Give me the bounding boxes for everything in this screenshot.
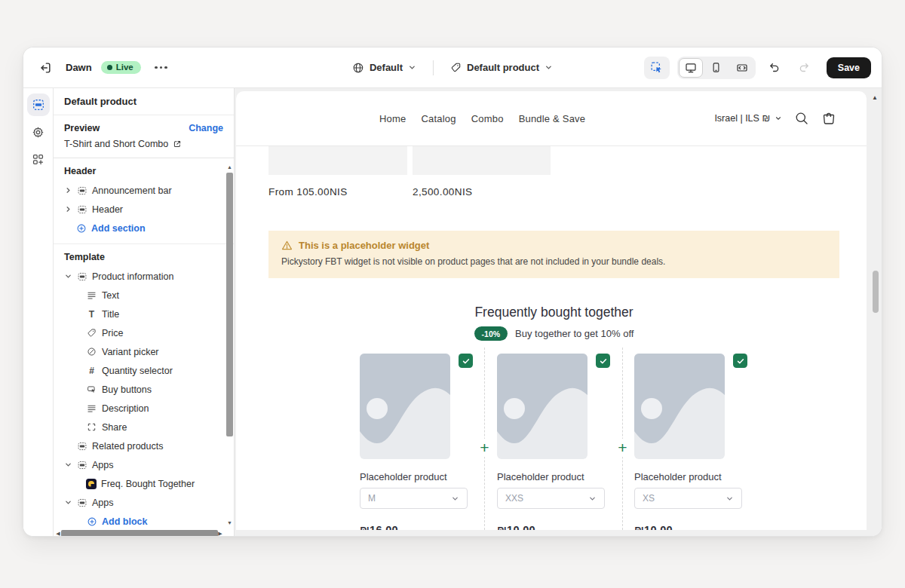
block-item-title[interactable]: T Title: [54, 305, 234, 323]
section-icon: [76, 441, 87, 452]
search-icon[interactable]: [794, 111, 809, 126]
mobile-preview-button[interactable]: [704, 58, 729, 78]
rail-theme-settings-tab[interactable]: [27, 121, 50, 143]
exit-editor-button[interactable]: [34, 57, 57, 79]
chevron-right-icon[interactable]: [65, 206, 72, 213]
tree-item-announcement-bar[interactable]: Announcement bar: [54, 181, 234, 200]
price-tag-icon: [86, 328, 97, 338]
mobile-icon: [710, 62, 722, 73]
chevron-down-icon: [545, 63, 553, 72]
context-selector[interactable]: Default product: [444, 58, 559, 77]
sidebar-vertical-scrollbar[interactable]: [226, 173, 233, 436]
product-price: ₪16.00: [360, 524, 474, 530]
sidebar-horizontal-scrollbar[interactable]: [61, 530, 218, 537]
tree-item-related-products[interactable]: Related products: [54, 436, 234, 455]
tree-item-header[interactable]: Header: [54, 200, 234, 219]
sidebar-scroll-right-arrow[interactable]: ▶: [216, 529, 224, 537]
tree-item-apps-1[interactable]: Apps: [54, 455, 234, 474]
preview-scroll-up-arrow[interactable]: ▲: [870, 94, 879, 101]
product-name: Placeholder product: [634, 471, 749, 482]
title-icon: T: [86, 309, 97, 320]
tree-item-apps-2[interactable]: Apps: [54, 493, 234, 512]
tree-item-product-information[interactable]: Product information: [54, 267, 234, 286]
block-item-freq-bought-together[interactable]: Freq. Bought Together: [54, 474, 234, 493]
undo-button[interactable]: [763, 57, 786, 79]
fullwidth-preview-button[interactable]: [730, 58, 754, 78]
warning-triangle-icon: [281, 240, 293, 251]
checkmark-icon: [736, 357, 745, 366]
save-button[interactable]: Save: [827, 57, 871, 78]
chevron-down-icon[interactable]: [65, 499, 72, 506]
nav-link-combo[interactable]: Combo: [471, 113, 504, 124]
plus-sign: +: [477, 439, 492, 457]
tag-icon: [450, 62, 462, 73]
apps-icon: [32, 153, 44, 166]
buy-button-icon: [86, 384, 97, 394]
rail-sections-tab[interactable]: [27, 93, 50, 116]
live-status-badge: Live: [101, 61, 141, 74]
add-block-button[interactable]: Add block: [54, 512, 234, 531]
section-icon: [76, 204, 87, 215]
preview-block: Preview Change T-Shirt and Short Combo: [54, 115, 234, 158]
sections-sidebar: Default product Preview Change T-Shirt a…: [54, 88, 235, 537]
pickystory-app-icon: [86, 479, 97, 489]
more-actions-button[interactable]: [150, 57, 173, 79]
product-checkbox[interactable]: [733, 354, 747, 368]
globe-icon: [352, 62, 364, 74]
sidebar-scroll-down-arrow[interactable]: ▼: [225, 519, 234, 527]
preview-vertical-scrollbar[interactable]: [873, 271, 879, 313]
block-item-quantity-selector[interactable]: # Quantity selector: [54, 361, 234, 380]
preview-label: Preview: [64, 123, 100, 133]
undo-icon: [768, 61, 781, 74]
sidebar-scroll-up-arrow[interactable]: ▲: [225, 164, 234, 171]
rail-apps-tab[interactable]: [27, 148, 50, 170]
plus-circle-icon: [75, 223, 87, 234]
chevron-down-icon[interactable]: [65, 461, 72, 468]
locale-selector[interactable]: Israel | ILS ₪: [714, 113, 782, 124]
storefront-header: Home Catalog Combo Bundle & Save Israel …: [236, 91, 867, 146]
change-preview-link[interactable]: Change: [189, 123, 223, 133]
device-preview-segmented: [677, 57, 756, 79]
desktop-icon: [685, 62, 697, 74]
chevron-right-icon[interactable]: [65, 187, 72, 194]
sidebar-panel-title: Default product: [54, 88, 234, 115]
add-section-button[interactable]: Add section: [54, 219, 234, 237]
page-selector[interactable]: Default: [346, 58, 422, 78]
fbt-product-card: Placeholder product XS ₪10.00: [634, 354, 749, 530]
inspect-cursor-icon: [650, 61, 663, 74]
chevron-down-icon: [451, 495, 459, 503]
chevron-down-icon: [588, 495, 597, 503]
nav-link-bundle-save[interactable]: Bundle & Save: [519, 113, 586, 124]
share-frame-icon: [86, 422, 97, 432]
inspector-toggle-button[interactable]: [644, 57, 670, 79]
block-item-buy-buttons[interactable]: Buy buttons: [54, 380, 234, 399]
nav-link-catalog[interactable]: Catalog: [421, 113, 456, 124]
nav-link-home[interactable]: Home: [379, 113, 406, 124]
variant-select[interactable]: XS: [634, 488, 742, 509]
fbt-widget-title: Frequently bought together: [268, 305, 839, 320]
block-item-share[interactable]: Share: [54, 418, 234, 436]
block-item-price[interactable]: Price: [54, 323, 234, 342]
external-link-icon[interactable]: [173, 139, 182, 149]
text-icon: [86, 290, 97, 300]
group-title-header: Header: [54, 158, 234, 181]
redo-icon: [798, 61, 811, 74]
chevron-down-icon[interactable]: [65, 273, 72, 280]
product-checkbox[interactable]: [459, 354, 473, 368]
group-title-template: Template: [54, 244, 234, 267]
product-checkbox[interactable]: [596, 354, 610, 368]
block-item-text[interactable]: Text: [54, 286, 234, 305]
desktop-preview-button[interactable]: [679, 58, 703, 78]
variant-select[interactable]: XXS: [497, 488, 605, 509]
product-price: ₪10.00: [497, 524, 612, 530]
cart-bag-icon[interactable]: [821, 111, 836, 126]
variant-select[interactable]: M: [360, 488, 468, 509]
redo-button[interactable]: [793, 57, 816, 79]
product-price: From 105.00NIS: [268, 186, 348, 198]
block-item-variant-picker[interactable]: Variant picker: [54, 342, 234, 361]
theme-editor-window: Dawn Live Default: [23, 47, 882, 537]
block-item-description[interactable]: Description: [54, 399, 234, 418]
hash-icon: #: [86, 366, 97, 376]
theme-name: Dawn: [66, 62, 92, 73]
fbt-subtitle: Buy together to get 10% off: [515, 328, 634, 339]
